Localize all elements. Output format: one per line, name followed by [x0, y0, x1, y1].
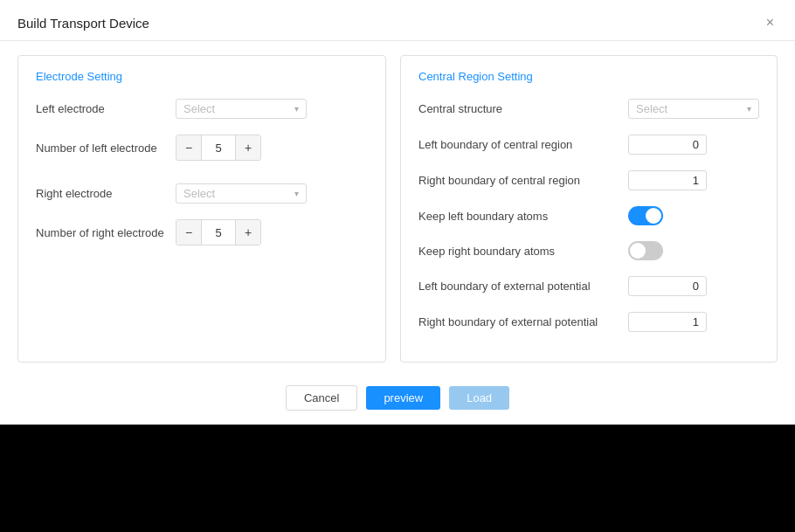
electrode-panel-title: Electrode Setting [36, 70, 368, 83]
right-boundary-label: Right boundary of central region [418, 174, 628, 187]
dialog-header: Build Transport Device × [0, 0, 795, 41]
dialog-title: Build Transport Device [17, 16, 149, 31]
central-structure-row: Central structure Select ▾ [418, 99, 759, 119]
left-ext-label: Left boundary of external potential [418, 280, 628, 293]
close-button[interactable]: × [763, 14, 778, 31]
right-electrode-select[interactable]: Select ▾ [176, 183, 307, 204]
keep-left-toggle[interactable] [628, 206, 663, 225]
left-ext-row: Left boundary of external potential [418, 276, 759, 296]
dialog-body: Electrode Setting Left electrode Select … [0, 41, 795, 377]
left-electrode-select-value: Select [183, 102, 215, 115]
electrode-panel: Electrode Setting Left electrode Select … [17, 55, 386, 363]
right-ext-input[interactable] [628, 312, 707, 332]
num-left-stepper: − + [176, 135, 261, 161]
keep-right-label: Keep right boundary atoms [418, 245, 628, 258]
preview-button[interactable]: preview [366, 386, 440, 410]
left-electrode-chevron-icon: ▾ [294, 104, 299, 114]
num-right-electrode-label: Number of right electrode [36, 226, 176, 239]
left-electrode-row: Left electrode Select ▾ [36, 99, 368, 119]
keep-left-toggle-wrap [628, 206, 663, 225]
num-right-minus-button[interactable]: − [176, 220, 201, 245]
preview-area [0, 425, 795, 532]
num-right-electrode-row: Number of right electrode − + [36, 219, 368, 245]
num-left-value-input[interactable] [201, 135, 236, 160]
central-structure-select[interactable]: Select ▾ [628, 99, 759, 119]
num-left-plus-button[interactable]: + [236, 135, 260, 160]
left-ext-input[interactable] [628, 276, 707, 296]
right-ext-row: Right boundary of external potential [418, 312, 759, 332]
num-right-stepper: − + [176, 219, 261, 245]
central-panel: Central Region Setting Central structure… [400, 55, 778, 363]
build-transport-dialog: Build Transport Device × Electrode Setti… [0, 0, 795, 532]
keep-right-row: Keep right boundary atoms [418, 241, 759, 260]
keep-left-label: Keep left boundary atoms [418, 210, 628, 223]
num-left-electrode-row: Number of left electrode − + [36, 135, 368, 161]
left-boundary-input[interactable] [628, 135, 707, 155]
right-ext-label: Right boundary of external potential [418, 315, 628, 328]
num-right-value-input[interactable] [201, 220, 236, 245]
right-electrode-row: Right electrode Select ▾ [36, 183, 368, 204]
dialog-footer: Cancel preview Load [0, 377, 795, 425]
num-left-electrode-label: Number of left electrode [36, 142, 176, 155]
right-electrode-label: Right electrode [36, 187, 176, 200]
num-right-plus-button[interactable]: + [236, 220, 260, 245]
left-boundary-label: Left boundary of central region [418, 138, 628, 151]
load-button[interactable]: Load [449, 386, 509, 410]
right-electrode-select-value: Select [183, 187, 215, 200]
keep-right-slider [628, 241, 663, 260]
cancel-button[interactable]: Cancel [286, 385, 357, 411]
left-boundary-row: Left boundary of central region [418, 135, 759, 155]
keep-left-slider [628, 206, 663, 225]
central-panel-title: Central Region Setting [418, 70, 759, 83]
right-boundary-input[interactable] [628, 170, 707, 190]
left-electrode-select[interactable]: Select ▾ [176, 99, 307, 119]
right-electrode-chevron-icon: ▾ [294, 189, 299, 198]
central-structure-select-value: Select [636, 102, 667, 115]
right-boundary-row: Right boundary of central region [418, 170, 759, 190]
central-structure-label: Central structure [418, 102, 628, 115]
keep-right-toggle[interactable] [628, 241, 663, 260]
central-structure-chevron-icon: ▾ [747, 104, 751, 114]
keep-right-toggle-wrap [628, 241, 663, 260]
keep-left-row: Keep left boundary atoms [418, 206, 759, 225]
num-left-minus-button[interactable]: − [176, 135, 201, 160]
left-electrode-label: Left electrode [36, 102, 176, 115]
